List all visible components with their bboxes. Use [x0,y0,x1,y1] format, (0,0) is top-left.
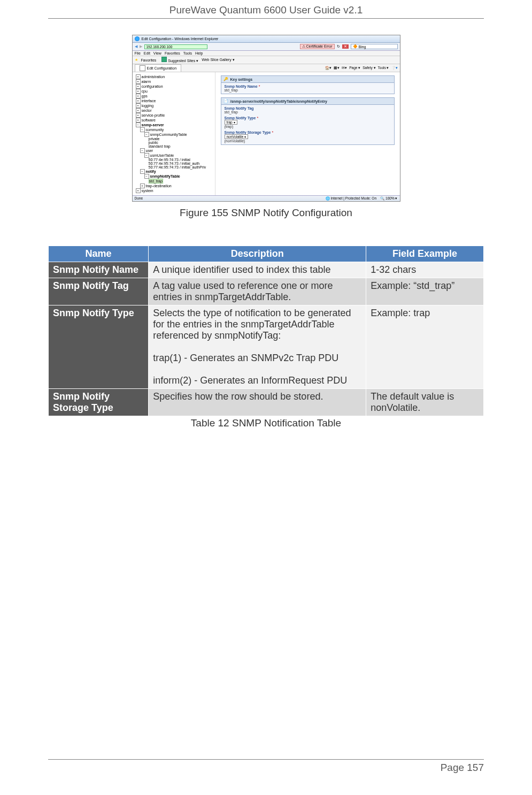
field-help: (nonVolatile) [225,139,391,143]
cell-desc: Selects the type of notification to be g… [149,305,366,389]
figure-wrap: Edit Configuration - Windows Internet Ex… [48,35,484,202]
tree-item[interactable]: +service-profile [134,113,214,118]
cell-example: Example: “std_trap” [366,278,484,305]
menu-help[interactable]: Help [195,51,203,55]
menu-file[interactable]: File [135,51,141,55]
table-row: Snmp Notify Name A unique identifier use… [49,262,484,278]
cell-desc: A tag value used to reference one or mor… [149,278,366,305]
menubar: File Edit View Favorites Tools Help [133,51,400,56]
cell-name: Snmp Notify Tag [49,278,149,305]
page-footer: Page 157 [48,759,484,774]
tree-item[interactable]: +system [134,188,214,193]
tab-bar: Edit Configuration 🏠▾ ▦▾ ✉▾ Page ▾ Safet… [133,64,400,72]
details-panel: 📄/snmp-server/notify/snmpNotifyTable/snm… [221,97,395,145]
tools-menu[interactable]: Tools ▾ [378,66,389,70]
table-row: Snmp Notify Type Selects the type of not… [49,305,484,389]
type-select[interactable]: trap [225,120,237,125]
field-label: Snmp Notify Storage Type [225,131,271,134]
field-value: std_trap [225,88,391,92]
page-icon [140,65,145,71]
cert-error-badge[interactable]: ⚠ Certificate Error [300,44,335,49]
tree-item[interactable]: +alarm [134,79,214,84]
tree-item[interactable]: +logging [134,103,214,108]
figure-caption: Figure 155 SNMP Notify Configuration [48,207,484,219]
suggested-sites[interactable]: Suggested Sites ▾ [168,59,198,63]
zoom-icon[interactable]: 🔍 [380,196,384,200]
tree-item[interactable]: +cpu [134,89,214,94]
folder-icon: 📄 [223,99,228,103]
tree-item[interactable]: +administration [134,74,214,79]
menu-favorites[interactable]: Favorites [165,51,180,55]
feed-icon[interactable]: ▦▾ [334,66,340,70]
browser-tab[interactable]: Edit Configuration [135,64,182,72]
cell-example: The default value is nonVolatile. [366,389,484,416]
nav-fwd-icon[interactable]: ▶ [140,44,142,49]
tree-item-selected[interactable]: std_trap [149,179,163,184]
table-row: Snmp Notify Tag A tag value used to refe… [49,278,484,305]
tree-item[interactable]: −community [134,127,214,132]
nav-tree: +administration +alarm +configuration +c… [133,72,215,195]
favorites-label: Favorites [141,58,157,62]
refresh-icon[interactable]: ↻ [337,44,340,49]
tree-item[interactable]: 50:77:4e:95:74:73 / initial_authPriv [134,165,214,169]
field-label: Snmp Notify Name [225,85,258,88]
tree-item[interactable]: +trap-destination [134,184,214,188]
tree-item[interactable]: public [134,141,214,144]
tree-item-snmp[interactable]: −snmp-server [134,123,214,127]
document-page: PureWave Quantum 6600 User Guide v2.1 Ed… [0,0,532,795]
tree-item[interactable]: −snmpCommunityTable [134,132,214,137]
tree-item[interactable]: +gps [134,94,214,98]
key-icon: 🔑 [223,77,228,81]
stop-icon[interactable]: ✕ [342,44,349,49]
nav-back-icon[interactable]: ◀ [135,44,137,49]
menu-view[interactable]: View [153,51,161,55]
tree-item[interactable]: −notify [134,169,214,174]
search-box[interactable]: 🔶Bing [351,44,398,49]
cell-example: Example: trap [366,305,484,389]
status-left: Done [135,196,143,201]
content-area: +administration +alarm +configuration +c… [133,72,400,195]
field-label: Snmp Notify Tag [225,106,254,110]
url-input[interactable]: 192.168.200.100 [144,44,207,49]
menu-edit[interactable]: Edit [144,51,150,55]
th-desc: Description [149,246,366,262]
tree-item[interactable]: standard trap [134,144,214,148]
key-settings-panel: 🔑Key settings Snmp Notify Name * std_tra… [221,75,395,94]
tree-item[interactable]: 50:77:4e:95:74:73 / initial [134,158,214,162]
form-panel: 🔑Key settings Snmp Notify Name * std_tra… [215,72,400,195]
tree-item[interactable]: −usmUserTable [134,153,214,158]
page-menu[interactable]: Page ▾ [349,66,360,70]
page-header: PureWave Quantum 6600 User Guide v2.1 [48,0,484,19]
notification-table: Name Description Field Example Snmp Noti… [48,246,484,416]
cell-name: Snmp Notify Type [49,305,149,389]
suggested-icon [161,57,167,62]
tree-item[interactable]: +sector [134,108,214,113]
zoom-level: 100% [385,196,395,200]
tree-item[interactable]: +interface [134,98,214,103]
tree-item[interactable]: −snmpNotifyTable [134,174,214,179]
favorites-bar: ★ Favorites Suggested Sites ▾ Web Slice … [133,56,400,64]
status-bar: Done 🌐 Internet | Protected Mode: On 🔍 1… [133,195,400,201]
field-help: (trap) [225,125,391,128]
web-slice[interactable]: Web Slice Gallery ▾ [202,58,234,62]
storage-select[interactable]: nonVolatile [225,134,249,139]
tree-item[interactable]: +configuration [134,84,214,89]
tree-item[interactable]: 50:77:4e:95:74:73 / initial_auth [134,162,214,165]
window-titlebar: Edit Configuration - Windows Internet Ex… [133,35,400,43]
home-icon[interactable]: 🏠▾ [325,66,331,70]
browser-window: Edit Configuration - Windows Internet Ex… [132,35,400,202]
favorites-icon[interactable]: ★ [135,58,138,62]
safety-menu[interactable]: Safety ▾ [363,66,375,70]
tree-item[interactable]: −user [134,148,214,153]
address-bar: ◀ ▶ 192.168.200.100 ⚠ Certificate Error … [133,43,400,51]
table-row: Snmp Notify Storage Type Specifies how t… [49,389,484,416]
table-caption: Table 12 SNMP Notification Table [48,417,484,429]
tree-item[interactable]: private [134,137,214,141]
help-icon[interactable]: ❔▾ [391,66,398,70]
field-label: Snmp Notify Type [225,116,256,120]
tree-item[interactable]: +software [134,118,214,123]
mail-icon[interactable]: ✉▾ [342,66,347,70]
ie-icon [135,36,140,41]
menu-tools[interactable]: Tools [183,51,192,55]
th-name: Name [49,246,149,262]
